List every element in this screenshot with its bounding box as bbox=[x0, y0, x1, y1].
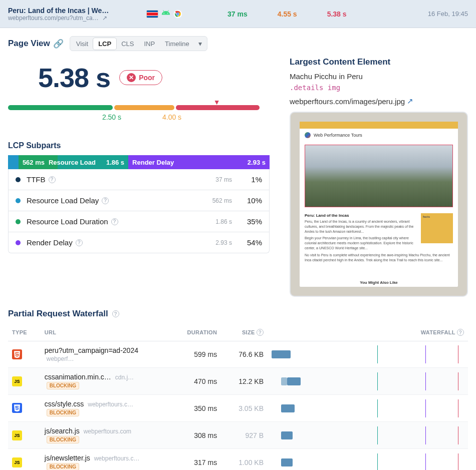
cell-type bbox=[8, 395, 41, 422]
cell-waterfall bbox=[268, 368, 468, 395]
threshold-ni-label: 4.00 s bbox=[162, 113, 181, 121]
request-name: js/search.js bbox=[45, 427, 80, 435]
lce-resource-url[interactable]: webperftours.com/images/peru.jpg ↗ bbox=[290, 97, 468, 106]
request-host: webperftours.c… bbox=[88, 401, 133, 408]
tab-inp[interactable]: INP bbox=[139, 38, 160, 50]
subpart-seg-resource-load-delay: 562 ms Resource Load bbox=[19, 155, 58, 169]
request-row[interactable]: JS cssanimation.min.c… cdn.j… BLOCKING 4… bbox=[8, 368, 468, 395]
subparts-bar: 562 ms Resource Load 1.86 s Render Delay… bbox=[8, 155, 270, 169]
waterfall-bar bbox=[272, 431, 464, 439]
mock-brand: Web Performance Tours bbox=[314, 133, 362, 138]
request-host: webperftours.c… bbox=[94, 455, 140, 462]
tabs-row: Page View 🔗 Visit LCP CLS INP Timeline ▾ bbox=[0, 28, 476, 57]
js-icon: JS bbox=[12, 376, 22, 386]
th-duration[interactable]: DURATION bbox=[168, 324, 221, 341]
subpart-row[interactable]: TTFB ? 37 ms 1% bbox=[9, 169, 269, 190]
cell-url: peru?utm_campaign=ad-2024 webperf… bbox=[41, 341, 168, 368]
cell-type: JS bbox=[8, 422, 41, 449]
blocking-badge: BLOCKING bbox=[47, 436, 79, 443]
cell-size: 3.05 KB bbox=[221, 395, 268, 422]
link-icon: 🔗 bbox=[53, 39, 64, 49]
page-view-label[interactable]: Page View 🔗 bbox=[8, 39, 64, 49]
tab-cls[interactable]: CLS bbox=[116, 38, 139, 50]
metric-ttfb[interactable]: 37 ms bbox=[227, 10, 248, 18]
cell-waterfall bbox=[268, 341, 468, 368]
dot-icon bbox=[16, 219, 21, 224]
threshold-good-label: 2.50 s bbox=[102, 113, 121, 121]
th-size[interactable]: SIZE ? bbox=[221, 324, 268, 341]
cell-size: 927 B bbox=[221, 422, 268, 449]
chrome-icon bbox=[173, 10, 182, 19]
mock-logo-icon bbox=[305, 132, 311, 138]
waterfall-bar bbox=[272, 377, 464, 385]
waterfall-table: TYPE URL DURATION SIZE ? WATERFALL ? per… bbox=[8, 324, 468, 470]
subparts-table: TTFB ? 37 ms 1% Resource Load Delay ? 56… bbox=[8, 169, 270, 253]
tab-timeline[interactable]: Timeline bbox=[160, 38, 194, 50]
js-icon: JS bbox=[12, 430, 22, 440]
subpart-row[interactable]: Resource Load Delay ? 562 ms 10% bbox=[9, 190, 269, 211]
subpart-seg-render-delay: Render Delay 2.93 s bbox=[128, 155, 270, 169]
cell-duration: 317 ms bbox=[168, 449, 221, 471]
metric-fcp[interactable]: 4.55 s bbox=[278, 10, 297, 18]
page-url[interactable]: webperftours.com/peru?utm_ca… ↗ bbox=[8, 15, 138, 22]
metric-lcp[interactable]: 5.38 s bbox=[327, 10, 347, 18]
dot-icon bbox=[16, 177, 21, 182]
tab-group: Visit LCP CLS INP Timeline ▾ bbox=[70, 36, 207, 51]
header-date: 16 Feb, 19:45 bbox=[428, 10, 468, 18]
tab-more-dropdown[interactable]: ▾ bbox=[194, 38, 206, 50]
tab-visit[interactable]: Visit bbox=[71, 38, 93, 50]
help-icon[interactable]: ? bbox=[257, 329, 264, 336]
blocking-badge: BLOCKING bbox=[47, 463, 79, 470]
mock-hero-image bbox=[305, 145, 453, 207]
request-row[interactable]: JS js/newsletter.js webperftours.c… BLOC… bbox=[8, 449, 468, 471]
threshold-needs-improvement bbox=[114, 105, 174, 110]
external-link-icon[interactable]: ↗ bbox=[407, 97, 413, 106]
external-link-icon[interactable]: ↗ bbox=[102, 15, 107, 22]
x-circle-icon: ✕ bbox=[127, 73, 136, 82]
subpart-row[interactable]: Resource Load Duration ? 1.86 s 35% bbox=[9, 211, 269, 232]
cell-duration: 470 ms bbox=[168, 368, 221, 395]
help-icon[interactable]: ? bbox=[102, 197, 109, 204]
waterfall-bar bbox=[272, 350, 464, 358]
help-icon[interactable]: ? bbox=[111, 218, 118, 225]
subpart-rd-label: Render Delay bbox=[132, 159, 174, 166]
request-row[interactable]: peru?utm_campaign=ad-2024 webperf… 599 m… bbox=[8, 341, 468, 368]
country-flag-icon bbox=[146, 10, 158, 18]
subpart-pct: 54% bbox=[244, 238, 262, 247]
help-icon[interactable]: ? bbox=[457, 329, 464, 336]
cell-url: js/search.js webperftours.com BLOCKING bbox=[41, 422, 168, 449]
big-metric-row: 5.38 s ✕ Poor bbox=[38, 62, 270, 93]
th-waterfall[interactable]: WATERFALL ? bbox=[268, 324, 468, 341]
waterfall-title-text: Partial Request Waterfall bbox=[8, 309, 108, 319]
android-icon bbox=[161, 8, 170, 20]
th-type[interactable]: TYPE bbox=[8, 324, 41, 341]
request-row[interactable]: css/style.css webperftours.c… BLOCKING 3… bbox=[8, 395, 468, 422]
cell-size: 12.2 KB bbox=[221, 368, 268, 395]
blocking-badge: BLOCKING bbox=[47, 382, 79, 389]
mock-header: Web Performance Tours bbox=[300, 129, 458, 142]
help-icon[interactable]: ? bbox=[76, 239, 83, 246]
header-metrics: 37 ms 4.55 s 5.38 s bbox=[227, 10, 347, 18]
svg-point-3 bbox=[177, 13, 179, 15]
threshold-bar: ▼ 2.50 s 4.00 s bbox=[8, 105, 270, 123]
cell-size: 76.6 KB bbox=[221, 341, 268, 368]
subpart-rldur-value: 1.86 s bbox=[106, 159, 124, 166]
help-icon[interactable]: ? bbox=[112, 310, 119, 317]
subpart-row[interactable]: Render Delay ? 2.93 s 54% bbox=[9, 232, 269, 253]
th-url[interactable]: URL bbox=[41, 324, 168, 341]
cell-size: 1.00 KB bbox=[221, 449, 268, 471]
waterfall-bar bbox=[272, 458, 464, 466]
help-icon[interactable]: ? bbox=[49, 176, 56, 183]
blocking-badge: BLOCKING bbox=[47, 409, 79, 416]
subpart-rld-label: Resource Load bbox=[49, 159, 96, 166]
css-icon bbox=[12, 403, 22, 413]
subpart-name: Resource Load Duration ? bbox=[27, 217, 215, 226]
env-icons bbox=[146, 8, 182, 20]
tab-lcp[interactable]: LCP bbox=[93, 38, 116, 50]
mock-banner bbox=[300, 122, 458, 129]
header-bar: Peru: Land of the Incas | We… webperftou… bbox=[0, 0, 476, 28]
html-icon bbox=[12, 349, 22, 359]
cell-waterfall bbox=[268, 449, 468, 471]
request-row[interactable]: JS js/search.js webperftours.com BLOCKIN… bbox=[8, 422, 468, 449]
cell-url: js/newsletter.js webperftours.c… BLOCKIN… bbox=[41, 449, 168, 471]
